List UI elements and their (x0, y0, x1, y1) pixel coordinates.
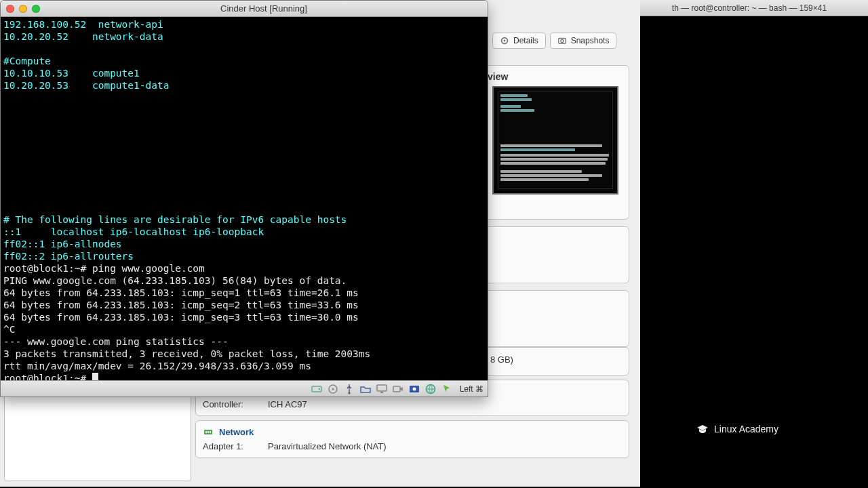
host-key-label: Left ⌘ (460, 384, 484, 394)
network-adapter-label: Adapter 1: (203, 440, 264, 453)
usb-icon[interactable] (343, 383, 355, 395)
network-section-heading[interactable]: Network (203, 426, 622, 437)
info-panel-partial-2 (481, 290, 629, 347)
svg-point-12 (348, 392, 350, 394)
camera-icon (557, 36, 567, 45)
audio-controller-value: ICH AC97 (268, 398, 307, 411)
network-adapter-value: Paravirtualized Network (NAT) (268, 440, 387, 453)
gear-icon (500, 36, 509, 45)
svg-rect-14 (380, 392, 383, 393)
svg-point-1 (504, 40, 506, 42)
audio-controller-label: Controller: (203, 398, 264, 411)
svg-rect-5 (205, 431, 207, 433)
svg-point-3 (561, 39, 564, 42)
info-panel-partial-1 (481, 226, 629, 283)
svg-rect-15 (393, 386, 400, 392)
mouse-integration-icon[interactable] (441, 383, 453, 395)
svg-rect-7 (210, 431, 211, 433)
tab-details[interactable]: Details (492, 33, 546, 49)
network-panel: Network Adapter 1: Paravirtualized Netwo… (195, 420, 629, 458)
preview-heading: view (488, 71, 623, 82)
preview-thumbnail[interactable] (492, 86, 618, 195)
storage-size-tail: 8 GB) (490, 354, 513, 365)
preview-panel: view (481, 65, 629, 220)
svg-point-17 (412, 387, 416, 390)
vm-console-window: Cinder Host [Running] 192.168.100.52 net… (0, 0, 488, 397)
close-icon[interactable] (6, 5, 14, 13)
video-capture-icon[interactable] (392, 383, 404, 395)
background-terminal-title: th — root@controller: ~ — bash — 159×41 (672, 3, 827, 13)
svg-rect-6 (208, 431, 209, 433)
vm-terminal[interactable]: 192.168.100.52 network-api 10.20.20.52 n… (1, 17, 488, 380)
hdd-icon[interactable] (311, 383, 323, 395)
shared-folder-icon[interactable] (359, 383, 372, 395)
svg-point-9 (318, 388, 319, 389)
network-section-label: Network (219, 427, 254, 437)
network-icon (203, 426, 214, 437)
svg-point-11 (332, 388, 334, 390)
vm-titlebar[interactable]: Cinder Host [Running] (1, 1, 488, 17)
detail-tabs: Details Snapshots (492, 33, 616, 49)
graduation-cap-icon (696, 423, 709, 435)
zoom-icon[interactable] (32, 5, 40, 13)
background-terminal-titlebar: th — root@controller: ~ — bash — 159×41 (631, 0, 868, 16)
tab-snapshots-label: Snapshots (571, 36, 610, 45)
vm-statusbar: Left ⌘ (1, 380, 488, 396)
linux-academy-badge: Linux Academy (696, 423, 778, 435)
tab-snapshots[interactable]: Snapshots (550, 33, 617, 49)
display-icon[interactable] (376, 383, 388, 395)
optical-icon[interactable] (327, 383, 339, 395)
linux-academy-label: Linux Academy (714, 424, 778, 434)
svg-rect-13 (377, 385, 387, 391)
vm-window-title: Cinder Host [Running] (45, 3, 482, 14)
storage-panel-tail: 8 GB) (481, 347, 629, 375)
recording-icon[interactable] (408, 383, 420, 395)
window-controls (6, 5, 40, 13)
minimize-icon[interactable] (19, 5, 27, 13)
network-status-icon[interactable] (425, 383, 437, 395)
tab-details-label: Details (513, 36, 538, 45)
